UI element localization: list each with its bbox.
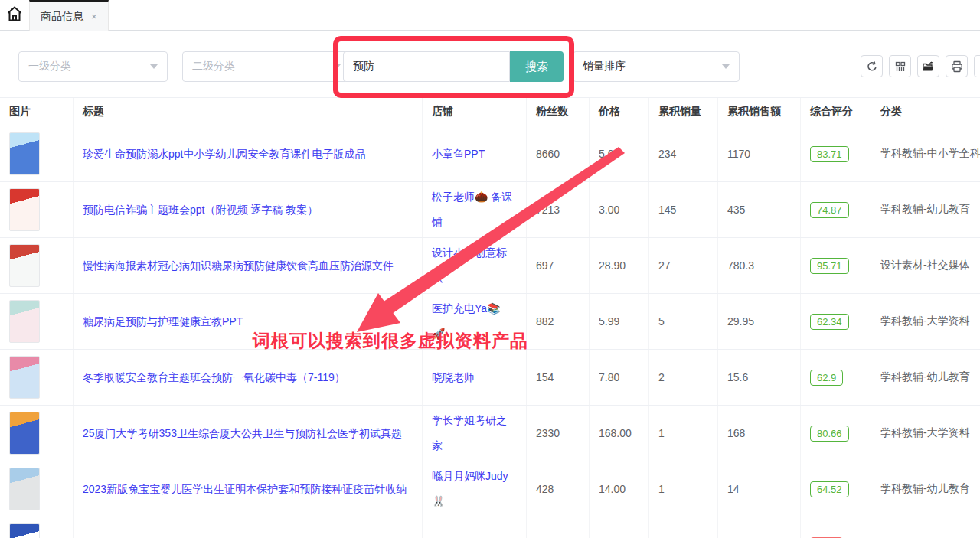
- chevron-down-icon: [333, 64, 341, 69]
- product-thumbnail[interactable]: [9, 412, 40, 455]
- product-title-link[interactable]: 预防医学 大学期末考试复习笔记知识点总结题库电子版: [83, 533, 343, 538]
- export-button[interactable]: [917, 55, 939, 77]
- print-button[interactable]: [946, 55, 968, 77]
- chevron-down-icon: [150, 64, 158, 69]
- total-sales-value: 234: [649, 126, 718, 181]
- shop-link[interactable]: 松子老师🌰 备课铺: [432, 184, 517, 235]
- score-badge: 62.34: [810, 314, 849, 330]
- fans-count: 697: [527, 238, 590, 293]
- shop-link[interactable]: 医护充电Ya📚 🚀: [432, 296, 501, 347]
- header-image: 图片: [0, 98, 74, 126]
- category-value: 学科教辅-中小学全科: [871, 126, 980, 181]
- export-icon: [922, 60, 935, 73]
- total-sales-value: 5: [649, 294, 718, 349]
- product-title-link[interactable]: 2023新版兔宝宝婴儿医学出生证明本保护套和预防接种证疫苗针收纳: [83, 477, 407, 502]
- header-fans: 粉丝数: [527, 98, 590, 126]
- table-row: 25厦门大学考研353卫生综合厦大公共卫生与预防社会医学初试真题 学长学姐考研之…: [0, 406, 980, 461]
- tab-bar: 商品信息 ×: [0, 0, 980, 31]
- table-body: 珍爱生命预防溺水ppt中小学幼儿园安全教育课件电子版成品 小章鱼PPT 8660…: [0, 126, 980, 538]
- refresh-icon: [866, 60, 878, 73]
- shop-link[interactable]: 小章鱼PPT: [432, 142, 485, 167]
- sales-amount-value: 0: [718, 517, 801, 538]
- table-row: 预防电信诈骗主题班会ppt（附视频 逐字稿 教案） 松子老师🌰 备课铺 7213…: [0, 182, 980, 238]
- product-title-link[interactable]: 慢性病海报素材冠心病知识糖尿病预防健康饮食高血压防治源文件: [83, 253, 394, 279]
- category-value: 学科教辅-幼儿教育: [871, 350, 980, 405]
- product-thumbnail[interactable]: [9, 300, 40, 343]
- total-sales-value: 2: [649, 350, 718, 405]
- more-tool-button[interactable]: [974, 55, 980, 77]
- shop-link[interactable]: 晓晓老师: [432, 365, 475, 390]
- sales-amount-value: 29.95: [718, 294, 801, 349]
- score-badge: 83.71: [810, 146, 849, 162]
- table-row: 2023新版兔宝宝婴儿医学出生证明本保护套和预防接种证疫苗针收纳 喺月月妈咪Ju…: [0, 461, 980, 517]
- shop-link[interactable]: 喺月月妈咪Judy 🐰: [432, 464, 508, 514]
- price-value: 3.00: [590, 182, 649, 237]
- product-title-link[interactable]: 预防电信诈骗主题班会ppt（附视频 逐字稿 教案）: [83, 197, 318, 223]
- category-level1-select[interactable]: 一级分类: [18, 51, 168, 82]
- product-title-link[interactable]: 糖尿病足预防与护理健康宣教PPT: [83, 309, 243, 334]
- sort-select-value: 销量排序: [583, 60, 716, 73]
- product-table: 图片 标题 店铺 粉丝数 价格 累积销量 累积销售额 综合评分 分类 珍爱生命预…: [0, 97, 980, 538]
- price-value: 28.90: [590, 238, 649, 293]
- product-info-window: 商品信息 × 一级分类 二级分类 搜索 销量排序: [0, 0, 980, 538]
- price-value: 7.80: [590, 350, 649, 405]
- sort-select[interactable]: 销量排序: [573, 51, 740, 82]
- chevron-down-icon: [722, 64, 730, 69]
- search-input[interactable]: [343, 51, 510, 82]
- tab-close-icon[interactable]: ×: [91, 11, 97, 22]
- fans-count: 7213: [527, 182, 590, 237]
- sales-amount-value: 435: [718, 182, 801, 237]
- refresh-button[interactable]: [861, 55, 883, 77]
- score-badge: 80.66: [810, 426, 849, 442]
- score-badge: 62.9: [810, 370, 843, 386]
- shop-link[interactable]: 华华资料库: [432, 533, 485, 538]
- shop-link[interactable]: 设计小保创意标识: [432, 240, 517, 291]
- fans-count: 8660: [527, 126, 590, 181]
- sales-amount-value: 168: [718, 406, 801, 461]
- product-thumbnail[interactable]: [9, 244, 40, 287]
- header-price: 价格: [590, 98, 649, 126]
- home-button[interactable]: [0, 0, 29, 30]
- product-thumbnail[interactable]: [9, 188, 40, 231]
- product-title-link[interactable]: 冬季取暖安全教育主题班会预防一氧化碳中毒（7-119）: [83, 365, 345, 390]
- tab-product-info[interactable]: 商品信息 ×: [29, 0, 109, 31]
- price-value: 168.00: [590, 406, 649, 461]
- header-title: 标题: [74, 98, 423, 126]
- category-value: 学科教辅-大学资料: [871, 406, 980, 461]
- sales-amount-value: 14: [718, 461, 801, 517]
- sales-amount-value: 1170: [718, 126, 801, 181]
- header-category: 分类: [871, 98, 980, 126]
- fans-count: 882: [527, 294, 590, 349]
- category-level2-select[interactable]: 二级分类: [182, 51, 351, 82]
- product-thumbnail[interactable]: [9, 132, 40, 175]
- product-thumbnail[interactable]: [9, 356, 40, 399]
- column-settings-button[interactable]: [889, 55, 911, 77]
- score-badge: 95.71: [810, 258, 849, 274]
- category-value: 学科教辅-大学资料: [871, 294, 980, 349]
- product-title-link[interactable]: 25厦门大学考研353卫生综合厦大公共卫生与预防社会医学初试真题: [83, 421, 402, 446]
- header-shop: 店铺: [423, 98, 527, 126]
- table-row: 珍爱生命预防溺水ppt中小学幼儿园安全教育课件电子版成品 小章鱼PPT 8660…: [0, 126, 980, 182]
- search-button[interactable]: 搜索: [510, 51, 564, 82]
- print-icon: [951, 60, 963, 73]
- header-score: 综合评分: [801, 98, 871, 126]
- shop-link[interactable]: 学长学姐考研之家: [432, 408, 517, 458]
- total-sales-value: 0: [649, 517, 718, 538]
- table-row: 预防医学 大学期末考试复习笔记知识点总结题库电子版 华华资料库 2527 2.9…: [0, 517, 980, 538]
- category-level1-placeholder: 一级分类: [28, 60, 144, 73]
- price-value: 14.00: [590, 461, 649, 517]
- total-sales-value: 27: [649, 238, 718, 293]
- price-value: 5.00: [590, 126, 649, 181]
- fans-count: 2330: [527, 406, 590, 461]
- product-title-link[interactable]: 珍爱生命预防溺水ppt中小学幼儿园安全教育课件电子版成品: [83, 142, 365, 167]
- table-row: 冬季取暖安全教育主题班会预防一氧化碳中毒（7-119） 晓晓老师 154 7.8…: [0, 350, 980, 406]
- product-thumbnail[interactable]: [9, 468, 40, 510]
- total-sales-value: 1: [649, 461, 718, 517]
- category-value: 学科教辅-幼儿教育: [871, 182, 980, 237]
- product-thumbnail[interactable]: [9, 523, 40, 538]
- tab-label: 商品信息: [41, 10, 83, 24]
- fans-count: 2527: [527, 517, 590, 538]
- table-row: 慢性病海报素材冠心病知识糖尿病预防健康饮食高血压防治源文件 设计小保创意标识 6…: [0, 238, 980, 294]
- sales-amount-value: 15.6: [718, 350, 801, 405]
- home-icon: [5, 5, 24, 26]
